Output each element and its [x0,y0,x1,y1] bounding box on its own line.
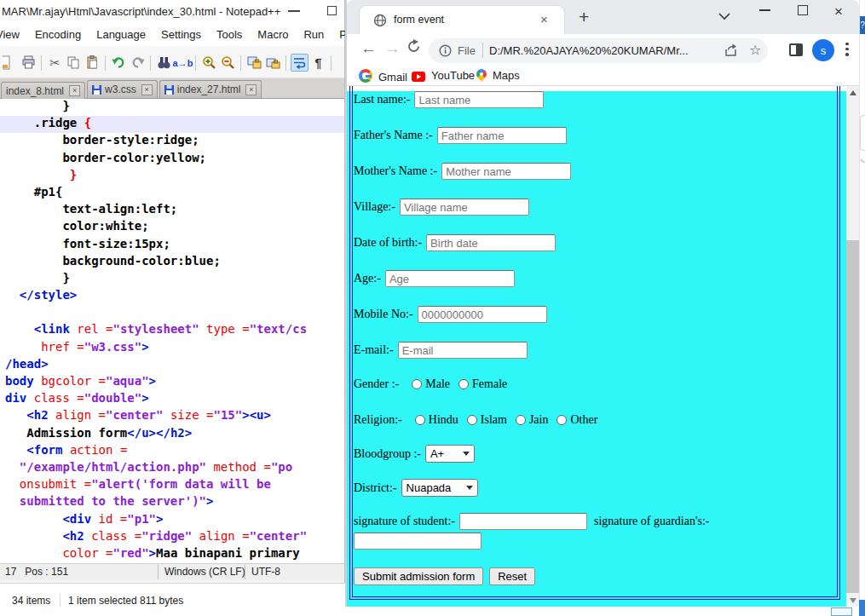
notepad-statusbar: 17 Pos : 151 Windows (CR LF) UTF-8 [0,563,344,580]
bookmark-maps[interactable]: Maps [476,69,520,82]
notepad-titlebar[interactable]: MAR\Mr.ajay\Html\Javascript\index_30.htm… [0,0,344,24]
scroll-up-icon[interactable] [846,86,859,99]
replace-icon[interactable]: a→b [174,54,192,72]
text-input-birth-date[interactable] [426,234,556,251]
page-scrollbar[interactable] [846,86,859,607]
background-window-fragment [860,115,865,151]
bookmark-gmail[interactable]: Gmail [359,69,407,85]
tab-close-icon[interactable]: × [540,12,548,26]
cut-icon[interactable]: ✂ [46,54,64,72]
find-icon[interactable] [155,54,173,72]
zoom-in-icon[interactable] [200,54,218,72]
tab-close-icon[interactable]: × [69,85,80,96]
signature-student-input[interactable] [459,513,587,530]
notepad-title: MAR\Mr.ajay\Html\Javascript\index_30.htm… [2,5,280,18]
radio-label: Hindu [429,413,458,427]
code-line [0,305,344,322]
sync-scroll-h-icon[interactable] [264,54,282,72]
copy-icon[interactable] [65,54,83,72]
editor-tab-index-27-html[interactable]: index_27.html× [159,80,262,98]
text-input-0000000000[interactable] [418,306,547,323]
url-text: D:/MR.%20AJAYA%20%20KUMAR/Mr... [489,44,689,57]
minimize-icon[interactable] [288,10,300,12]
radio-button-female[interactable] [458,379,469,389]
text-input-village-name[interactable] [400,199,529,216]
submit-button[interactable]: Submit admission form [354,567,483,585]
explorer-items-count: 34 items [12,595,50,607]
form-row-last-name: Last name:- [354,91,544,108]
form-row-mobile-no: Mobile No:- [354,306,547,323]
radio-label: Female [472,377,507,391]
tab-close-icon[interactable]: × [141,84,153,95]
zoom-out-icon[interactable] [219,54,237,72]
browser-menu-icon[interactable] [845,40,849,58]
radio-button-other[interactable] [556,415,567,425]
undo-icon[interactable] [110,54,128,72]
back-icon[interactable]: ← [360,39,377,58]
word-wrap-icon[interactable] [291,54,309,72]
code-line: border-style:ridge; [0,133,344,150]
ime-tray-icon[interactable] [831,607,852,616]
text-input-e-mail[interactable] [398,342,528,359]
radio-button-islam[interactable] [467,415,477,425]
profile-avatar[interactable]: s [812,39,834,61]
editor-tab-w3-css[interactable]: w3.css× [87,80,158,98]
print-icon[interactable] [20,54,37,72]
redo-icon[interactable] [129,54,147,72]
paste-icon[interactable] [84,54,101,72]
form-row-buttons: Submit admission formReset [354,567,541,585]
doc-partial-icon[interactable] [1,54,19,72]
menu-item-macro[interactable]: Macro [250,24,296,41]
maximize-icon[interactable] [798,5,808,15]
toolbar-separator [285,55,286,71]
menu-item-settings[interactable]: Settings [153,24,209,41]
new-tab-button[interactable]: + [579,7,589,27]
tab-close-icon[interactable]: × [245,84,257,95]
explorer-status-divider [60,594,61,607]
code-editor[interactable]: } .ridge { border-style:ridge; border-co… [0,99,344,563]
forward-icon[interactable]: → [384,39,401,58]
text-input-father-name[interactable] [437,127,567,144]
radio-button-male[interactable] [412,379,422,389]
browser-tab[interactable]: form event × [359,5,565,34]
sync-scroll-v-icon[interactable] [245,54,263,72]
saved-file-icon [92,85,101,95]
radio-button-hindu[interactable] [415,415,425,425]
signature-guardian-input[interactable] [354,533,482,550]
menu-item-run[interactable]: Run [296,24,332,41]
minimize-icon[interactable] [759,9,770,11]
menu-item-view[interactable]: View [0,24,27,41]
reload-icon[interactable] [407,39,421,58]
toolbar-separator [240,55,241,71]
text-input-last-name[interactable] [414,91,544,108]
field-label: Bloodgroup :- [354,447,421,461]
menu-item-tools[interactable]: Tools [209,24,250,41]
bookmark-star-icon[interactable]: ☆ [749,42,761,58]
show-all-characters-icon[interactable]: ¶ [309,54,327,72]
code-line: div class ="double"> [0,391,344,408]
side-panel-icon[interactable] [789,43,803,56]
editor-tab-label: w3.css [105,83,136,95]
window-chevron-icon[interactable] [718,9,730,23]
select-bloodgroup[interactable]: A+ [425,445,475,463]
text-input-mother-name[interactable] [441,163,571,180]
editor-tab-index-8-html[interactable]: index_8.html× [1,82,85,100]
code-line: } [0,99,344,116]
menu-item-encoding[interactable]: Encoding [27,24,89,41]
screen: MAR\Mr.ajay\Html\Javascript\index_30.htm… [0,0,865,616]
toolbar-separator [41,55,42,71]
maximize-icon[interactable] [327,6,337,15]
close-icon[interactable]: × [834,3,843,20]
text-input-age[interactable] [385,270,515,287]
select-district[interactable]: Nuapada [401,479,478,497]
share-icon[interactable] [724,43,738,61]
scroll-down-icon[interactable] [846,594,859,607]
scrollbar-thumb[interactable] [846,240,859,593]
address-bar[interactable]: File D:/MR.%20AJAYA%20%20KUMAR/Mr... ☆ [429,38,768,63]
radio-button-jain[interactable] [516,415,526,425]
menu-item-language[interactable]: Language [89,24,153,41]
bookmark-youtube[interactable]: YouTube [412,69,475,82]
info-icon[interactable] [439,44,452,60]
field-label: Mobile No:- [354,308,413,321]
reset-button[interactable]: Reset [489,567,535,585]
